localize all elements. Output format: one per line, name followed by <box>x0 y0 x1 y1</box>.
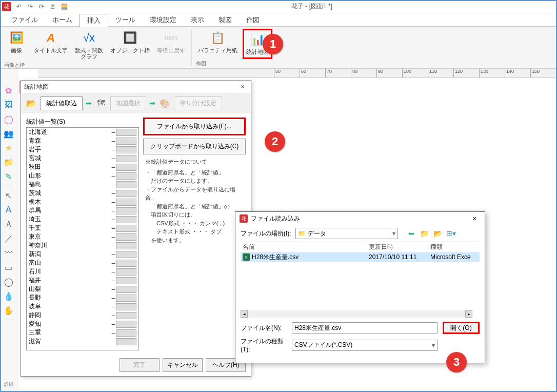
refresh-icon[interactable]: ⟳ <box>37 2 46 11</box>
list-item[interactable]: 静岡– <box>27 311 138 320</box>
list-item[interactable]: 栃木– <box>27 198 138 206</box>
clipboard-import-button[interactable]: クリップボードから取り込み(C) <box>143 139 246 154</box>
list-item[interactable]: 東京– <box>27 232 138 241</box>
list-item[interactable]: 山形– <box>27 171 138 180</box>
dialog-titlebar[interactable]: 統計地図 × <box>21 81 251 93</box>
value-box[interactable] <box>116 155 136 162</box>
value-box[interactable] <box>116 146 136 153</box>
menu-drafting[interactable]: 製図 <box>211 13 239 26</box>
chevron-down-icon[interactable]: ▾ <box>392 230 395 237</box>
curve-tool-icon[interactable]: 〰 <box>3 247 15 259</box>
eyedropper-tool-icon[interactable]: 💧 <box>3 290 15 302</box>
value-box[interactable] <box>116 172 136 180</box>
file-row[interactable]: XH28米生産量.csv 2017/10/10 11:11 Microsoft … <box>241 252 480 262</box>
filetype-select[interactable]: CSVファイル(*.CSV) ▾ <box>292 340 437 351</box>
list-item[interactable]: 三重– <box>27 328 138 337</box>
value-box[interactable] <box>116 207 136 214</box>
value-box[interactable] <box>116 242 136 249</box>
ribbon-objectframe-button[interactable]: 🔲 オブジェクト枠 <box>108 29 152 61</box>
list-item[interactable]: 石川– <box>27 267 138 276</box>
chevron-down-icon[interactable]: ▾ <box>432 342 435 349</box>
file-import-button[interactable]: ファイルから取り込み(F)... <box>143 117 246 135</box>
ribbon-formula-button[interactable]: √x 数式・関数 グラフ <box>73 29 105 61</box>
ribbon-varietypaper-button[interactable]: 📋 バラエティ用紙 <box>196 29 240 59</box>
cancel-button[interactable]: キャンセル <box>163 358 203 372</box>
menu-insert[interactable]: 挿入 <box>79 14 108 27</box>
value-box[interactable] <box>116 233 136 241</box>
list-item[interactable]: 北海道– <box>27 128 138 136</box>
value-box[interactable] <box>116 251 136 258</box>
list-item[interactable]: 岩手– <box>27 145 138 154</box>
close-icon[interactable]: × <box>468 214 481 223</box>
list-item[interactable]: 愛知– <box>27 320 138 328</box>
value-box[interactable] <box>116 164 136 171</box>
pen-tool-icon[interactable]: ✎ <box>3 170 15 183</box>
shapes-tool-icon[interactable]: ◯ <box>3 113 15 125</box>
menu-view[interactable]: 表示 <box>184 13 211 26</box>
text-tool-icon[interactable]: A <box>3 204 15 216</box>
ellipse-tool-icon[interactable]: ◯ <box>3 276 15 288</box>
list-item[interactable]: 千葉– <box>27 224 138 232</box>
rect-tool-icon[interactable]: ▭ <box>3 261 15 273</box>
col-type[interactable]: 種類 <box>430 243 480 251</box>
close-icon[interactable]: × <box>237 83 248 91</box>
picture-tool-icon[interactable]: 🖼 <box>3 99 15 111</box>
redo-icon[interactable]: ↷ <box>26 2 35 11</box>
calc-icon[interactable]: 🧮 <box>59 2 69 11</box>
value-box[interactable] <box>116 321 136 328</box>
menu-file[interactable]: ファイル <box>4 13 45 26</box>
value-box[interactable] <box>116 277 136 284</box>
menu-home[interactable]: ホーム <box>45 13 79 26</box>
menu-env[interactable]: 環境設定 <box>143 13 184 26</box>
list-item[interactable]: 埼玉– <box>27 215 138 224</box>
value-box[interactable] <box>116 303 136 310</box>
value-box[interactable] <box>116 129 136 136</box>
arrow-tool-icon[interactable]: ↖ <box>3 189 15 202</box>
list-item[interactable]: 群馬– <box>27 206 138 215</box>
value-box[interactable] <box>116 225 136 232</box>
import-stats-button[interactable]: 統計値取込 <box>41 96 83 110</box>
hand-tool-icon[interactable]: ✋ <box>3 304 15 317</box>
value-box[interactable] <box>116 286 136 293</box>
back-icon[interactable]: ⬅ <box>406 228 416 239</box>
up-icon[interactable]: 📁 <box>420 228 430 239</box>
scroll-left-icon[interactable]: ◂ <box>241 310 248 318</box>
value-box[interactable] <box>116 181 136 188</box>
list-item[interactable]: 茨城– <box>27 189 138 198</box>
value-box[interactable] <box>116 138 136 145</box>
value-box[interactable] <box>116 199 136 206</box>
menu-drawing[interactable]: 作図 <box>239 13 267 26</box>
value-box[interactable] <box>116 260 136 267</box>
list-item[interactable]: 宮城– <box>27 154 138 163</box>
line-tool-icon[interactable]: ／ <box>3 232 15 245</box>
list-item[interactable]: 秋田– <box>27 163 138 171</box>
filename-input[interactable] <box>292 322 437 334</box>
value-box[interactable] <box>116 338 136 345</box>
scroll-right-icon[interactable]: ▸ <box>465 310 472 318</box>
ribbon-image-button[interactable]: 🖼️ 画像 <box>4 29 29 61</box>
menu-tool[interactable]: ツール <box>108 13 143 26</box>
doc-icon[interactable]: 🗎 <box>48 2 57 11</box>
flower-tool-icon[interactable]: ✿ <box>3 84 15 96</box>
star-tool-icon[interactable]: ★ <box>3 142 15 154</box>
horizontal-scrollbar[interactable]: ◂ ▸ <box>241 310 472 318</box>
value-box[interactable] <box>116 268 136 276</box>
col-date[interactable]: 更新日時 <box>369 243 430 251</box>
list-item[interactable]: 滋賀– <box>27 337 138 346</box>
list-item[interactable]: 岐阜– <box>27 302 138 311</box>
folder-tool-icon[interactable]: 📁 <box>3 156 15 168</box>
list-item[interactable]: 神奈川– <box>27 241 138 250</box>
prefecture-listbox[interactable]: 北海道–青森–岩手–宮城–秋田–山形–福島–茨城–栃木–群馬–埼玉–千葉–東京–… <box>26 127 139 350</box>
detail-label[interactable]: 詳細 <box>4 381 13 388</box>
view-menu-icon[interactable]: ⊞▾ <box>446 228 456 239</box>
people-tool-icon[interactable]: 👥 <box>3 127 15 140</box>
fileopen-titlebar[interactable]: 花 ファイル読み込み × <box>235 212 485 225</box>
list-item[interactable]: 長野– <box>27 293 138 302</box>
open-button[interactable]: 開く(O) <box>443 322 480 334</box>
value-box[interactable] <box>116 216 136 223</box>
undo-icon[interactable]: ↶ <box>14 2 24 11</box>
folder-open-icon[interactable]: 📂 <box>25 97 37 109</box>
list-item[interactable]: 青森– <box>27 136 138 145</box>
value-box[interactable] <box>116 190 136 197</box>
ribbon-titletext-button[interactable]: A タイトル文字 <box>32 29 70 61</box>
